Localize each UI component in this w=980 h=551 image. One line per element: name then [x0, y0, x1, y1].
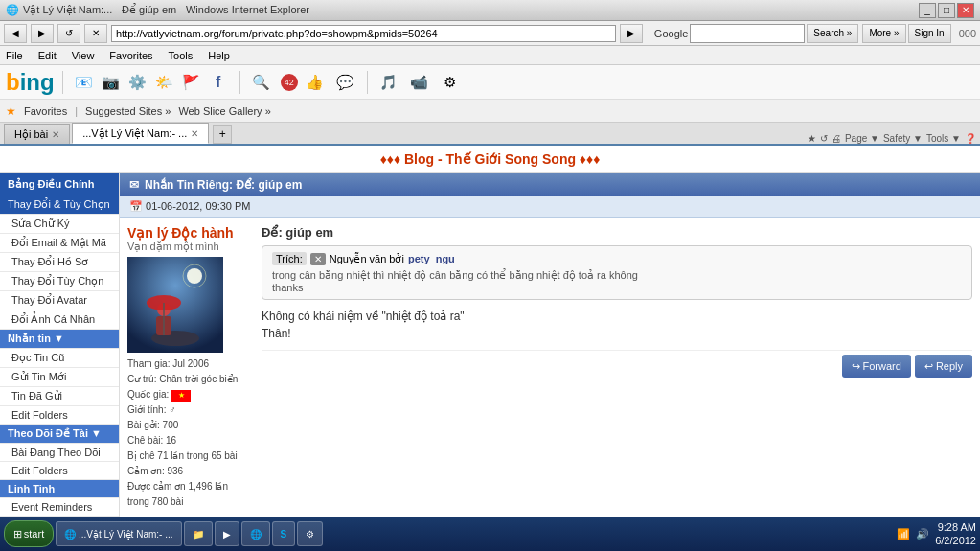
- sign-in-button[interactable]: Sign In: [908, 24, 951, 43]
- sidebar-item-sua-chu-ky[interactable]: Sửa Chữ Ký: [0, 215, 119, 234]
- post-user-column: Vạn lý Độc hành Vạn dặm một mình: [127, 225, 252, 517]
- sidebar-section-linh-tinh[interactable]: Linh Tinh: [0, 480, 119, 498]
- sidebar-section-nhan-tin[interactable]: Nhắn tin ▼: [0, 330, 119, 349]
- sidebar-item-edit-folders-2[interactable]: Edit Folders: [0, 462, 119, 480]
- sidebar-item-thay-doi-avatar[interactable]: Thay Đổi Avatar: [0, 291, 119, 310]
- pm-header: ✉ Nhắn Tin Riêng: Để: giúp em: [120, 173, 980, 196]
- toolbar-icon-chat[interactable]: 💬: [332, 69, 359, 96]
- forward-button[interactable]: ▶: [31, 24, 54, 43]
- tab-tools-menu[interactable]: Tools ▼: [926, 133, 961, 144]
- tab-refresh-icon[interactable]: ↺: [820, 133, 828, 144]
- user-duoc-cam: Được cảm ơn 1,496 lần trong 780 bài: [127, 479, 252, 510]
- toolbar-icon-flag[interactable]: 🚩: [178, 69, 205, 96]
- menu-help[interactable]: Help: [206, 50, 232, 61]
- pm-icon: ✉: [129, 178, 139, 192]
- vietnam-flag-icon: ★: [171, 390, 191, 402]
- tab-vat-ly[interactable]: ...Vật Lý Việt Nam:- ... ✕: [72, 123, 209, 144]
- taskbar-media-item[interactable]: ▶: [215, 521, 239, 546]
- tray-time-display: 9:28 AM: [935, 520, 976, 534]
- tray-clock[interactable]: 9:28 AM 6/2/2012: [935, 520, 976, 548]
- more-button[interactable]: More »: [862, 24, 905, 43]
- post-reply-text-1: Không có khái niệm về "nhiệt độ toả ra": [262, 308, 972, 325]
- tab-safety-menu[interactable]: Safety ▼: [883, 133, 923, 144]
- post-subject: Để: giúp em: [262, 225, 972, 240]
- toolbar-icon-video[interactable]: 📹: [406, 69, 433, 96]
- taskbar-settings-item[interactable]: ⚙: [297, 521, 323, 546]
- sidebar-item-doi-anh[interactable]: Đổi Ảnh Cá Nhân: [0, 310, 119, 330]
- tab-fav-icon[interactable]: ★: [808, 133, 816, 144]
- google-search-box: Google Search »: [654, 24, 859, 43]
- menu-edit[interactable]: Edit: [36, 50, 58, 61]
- toolbar-icon-music[interactable]: 🎵: [376, 69, 402, 96]
- quote-box: Trích: ✕ Nguyễn văn bởi pety_ngu trong c…: [262, 245, 972, 300]
- window-title: Vật Lý Việt Nam:... - Để giúp em - Windo…: [23, 4, 309, 16]
- toolbar-icon-photo[interactable]: 📷: [98, 69, 125, 96]
- quote-author: pety_ngu: [408, 253, 455, 264]
- title-bar-left: 🌐 Vật Lý Việt Nam:... - Để giúp em - Win…: [6, 4, 309, 16]
- sidebar-section-theo-doi[interactable]: Theo Dõi Đề Tài ▼: [0, 425, 119, 444]
- google-search-button[interactable]: Search »: [807, 24, 858, 43]
- sidebar-item-gui-tin-moi[interactable]: Gửi Tin Mới: [0, 368, 119, 387]
- maximize-button[interactable]: □: [938, 3, 955, 18]
- reply-button[interactable]: ↩ Reply: [915, 355, 972, 378]
- menu-bar: File Edit View Favorites Tools Help: [0, 46, 980, 65]
- sidebar-item-thay-doi-tuy-chon[interactable]: Thay Đổi Tùy Chọn: [0, 272, 119, 291]
- menu-view[interactable]: View: [70, 50, 97, 61]
- start-button[interactable]: ⊞ start: [4, 520, 54, 547]
- toolbar-icon-thumb[interactable]: 👍: [302, 69, 329, 96]
- stop-button[interactable]: ✕: [84, 24, 107, 43]
- menu-favorites[interactable]: Favorites: [107, 50, 154, 61]
- sidebar-item-thay-doi-ho-so[interactable]: Thay Đổi Hồ Sơ: [0, 253, 119, 272]
- taskbar-skype-item[interactable]: S: [272, 521, 296, 546]
- sidebar-item-doi-email[interactable]: Đổi Email & Mật Mã: [0, 234, 119, 253]
- taskbar-ie-icon: 🌐: [64, 529, 76, 540]
- toolbar-icon-search[interactable]: 🔍: [248, 69, 275, 96]
- tab-controls-right: ★ ↺ 🖨 Page ▼ Safety ▼ Tools ▼ ❓: [232, 133, 976, 144]
- sidebar-item-doc-tin-cu[interactable]: Đọc Tin Cũ: [0, 349, 119, 368]
- toolbar-icon-weather[interactable]: 🌤️: [151, 69, 178, 96]
- reply-icon: ↩: [924, 360, 933, 373]
- menu-file[interactable]: File: [4, 50, 25, 61]
- new-tab-button[interactable]: +: [213, 125, 232, 144]
- quote-close-button[interactable]: ✕: [310, 253, 326, 265]
- close-button[interactable]: ✕: [957, 3, 974, 18]
- forward-button[interactable]: ↪ Forward: [842, 355, 911, 378]
- suggested-sites-link[interactable]: Suggested Sites »: [85, 105, 171, 117]
- tab-page-menu[interactable]: Page ▼: [845, 133, 879, 144]
- forward-icon: ↪: [852, 360, 860, 373]
- sidebar-item-bai-dang-theo-doi[interactable]: Bài Đang Theo Dõi: [0, 444, 119, 462]
- tray-network-icon: 📶: [897, 528, 910, 540]
- favorites-label[interactable]: Favorites: [24, 105, 67, 117]
- tab-vat-ly-close[interactable]: ✕: [191, 128, 198, 139]
- taskbar-settings-icon: ⚙: [306, 529, 314, 540]
- minimize-button[interactable]: _: [919, 3, 936, 18]
- sidebar-item-tin-da-gui[interactable]: Tin Đã Gửi: [0, 387, 119, 406]
- taskbar-folder-icon: 📁: [193, 529, 204, 540]
- user-bi-che: Bị chê 71 lần trong 65 bài: [127, 448, 252, 464]
- toolbar-icon-facebook[interactable]: f: [205, 69, 232, 96]
- taskbar-ie2-item[interactable]: 🌐: [241, 521, 270, 546]
- refresh-button[interactable]: ↺: [57, 24, 80, 43]
- post-username[interactable]: Vạn lý Độc hành: [127, 225, 252, 241]
- google-search-input[interactable]: [690, 24, 805, 43]
- tab-hoi-bai-close[interactable]: ✕: [52, 129, 59, 140]
- menu-tools[interactable]: Tools: [167, 50, 195, 61]
- back-button[interactable]: ◀: [4, 24, 27, 43]
- tab-hoi-bai[interactable]: Hội bài ✕: [4, 124, 70, 144]
- toolbar-icon-mail[interactable]: 📧: [71, 69, 98, 96]
- web-slice-link[interactable]: Web Slice Gallery »: [178, 105, 270, 117]
- taskbar-folder-item[interactable]: 📁: [184, 521, 213, 546]
- toolbar-icon-gear[interactable]: ⚙️: [125, 69, 151, 96]
- toolbar-icon-apps[interactable]: ⚙: [437, 69, 464, 96]
- post-area: Vạn lý Độc hành Vạn dặm một mình: [120, 218, 980, 517]
- sidebar-item-event-reminders[interactable]: Event Reminders: [0, 498, 119, 517]
- sidebar-item-edit-folders-1[interactable]: Edit Folders: [0, 406, 119, 425]
- sidebar-item-thay-doi[interactable]: Thay Đổi & Tùy Chọn: [0, 195, 119, 215]
- tab-help-icon[interactable]: ❓: [965, 133, 976, 144]
- tab-print-icon[interactable]: 🖨: [832, 133, 841, 144]
- address-input[interactable]: [111, 25, 616, 42]
- go-button[interactable]: ▶: [620, 24, 643, 43]
- taskbar-skype-icon: S: [281, 529, 287, 540]
- page-header-title: ♦♦♦ Blog - Thế Giới Song Song ♦♦♦: [380, 151, 601, 167]
- taskbar-ie-item[interactable]: 🌐 ...Vật Lý Việt Nam:- ...: [56, 521, 182, 546]
